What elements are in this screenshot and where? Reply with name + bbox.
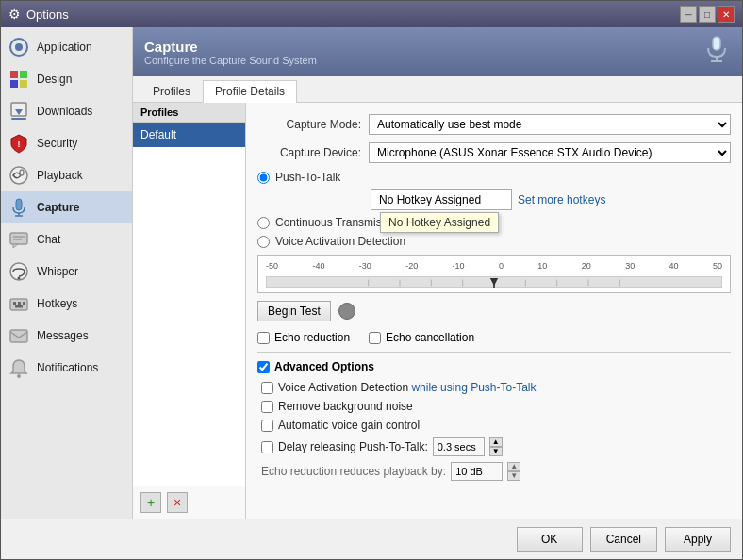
- sidebar-item-messages[interactable]: Messages: [1, 320, 132, 352]
- ok-button[interactable]: OK: [517, 527, 583, 552]
- sidebar-item-hotkeys[interactable]: Hotkeys: [1, 288, 132, 320]
- capture-mode-label: Capture Mode:: [257, 118, 361, 131]
- close-button[interactable]: ✕: [718, 6, 735, 23]
- sidebar-label-capture: Capture: [37, 201, 79, 214]
- sidebar-label-hotkeys: Hotkeys: [37, 297, 77, 310]
- vad-radio-row: Voice Activation Detection: [257, 235, 731, 248]
- tab-profiles[interactable]: Profiles: [140, 80, 203, 102]
- hotkey-box[interactable]: No Hotkey Assigned: [371, 189, 512, 210]
- sidebar-label-playback: Playback: [37, 169, 83, 182]
- adv-delay-checkbox[interactable]: [261, 441, 273, 453]
- divider: [257, 352, 731, 353]
- whisper-icon: [8, 261, 29, 282]
- continuous-radio[interactable]: [257, 217, 270, 229]
- sidebar-item-notifications[interactable]: Notifications: [1, 352, 132, 384]
- minimize-button[interactable]: ─: [680, 6, 697, 23]
- capture-device-control: Microphone (ASUS Xonar Essence STX Audio…: [369, 142, 731, 163]
- sidebar-label-chat: Chat: [37, 233, 60, 246]
- advanced-options-checkbox[interactable]: [257, 361, 270, 373]
- hotkeys-icon: [8, 293, 29, 314]
- content-subtitle: Configure the Capture Sound System: [144, 55, 317, 66]
- adv-vad-text2: while using Push-To-Talk: [411, 381, 536, 394]
- adv-echo-input[interactable]: [451, 462, 503, 481]
- microphone-icon: [702, 35, 731, 69]
- sidebar-item-whisper[interactable]: Whisper: [1, 255, 132, 288]
- set-hotkey-link[interactable]: Set more hotkeys: [518, 193, 605, 206]
- profiles-header: Profiles: [133, 103, 245, 123]
- echo-up-button[interactable]: ▲: [507, 462, 520, 471]
- capture-device-select[interactable]: Microphone (ASUS Xonar Essence STX Audio…: [369, 142, 731, 163]
- ptt-label: Push-To-Talk: [275, 171, 340, 184]
- meter-label-30: 30: [625, 261, 635, 271]
- sidebar-item-chat[interactable]: Chat: [1, 223, 132, 255]
- svg-marker-18: [13, 244, 18, 248]
- sidebar-label-whisper: Whisper: [37, 265, 78, 278]
- status-indicator: [338, 303, 355, 320]
- echo-cancellation-checkbox[interactable]: [369, 332, 381, 344]
- capture-icon: [8, 197, 29, 218]
- ptt-radio[interactable]: [257, 172, 270, 184]
- downloads-icon: [8, 101, 29, 122]
- svg-rect-15: [10, 233, 27, 244]
- echo-cancellation-label: Echo cancellation: [386, 331, 474, 344]
- echo-reduction-checkbox[interactable]: [257, 332, 270, 344]
- begin-test-button[interactable]: Begin Test: [257, 301, 331, 321]
- advanced-options-row: Advanced Options: [257, 360, 731, 373]
- remove-profile-button[interactable]: ×: [167, 492, 188, 513]
- capture-device-label: Capture Device:: [257, 146, 361, 159]
- panels: Profiles Default + × Capture Mode:: [133, 103, 742, 519]
- svg-rect-26: [10, 330, 27, 342]
- echo-spinner: ▲ ▼: [507, 462, 520, 481]
- capture-device-row: Capture Device: Microphone (ASUS Xonar E…: [257, 142, 731, 163]
- title-bar-left: ⚙ Options: [8, 7, 69, 22]
- svg-rect-4: [10, 80, 18, 88]
- svg-rect-12: [16, 199, 22, 210]
- sidebar-label-application: Application: [37, 41, 92, 54]
- sidebar-item-design[interactable]: Design: [1, 63, 132, 95]
- meter-label-50: 50: [713, 261, 722, 271]
- meter-label-10: 10: [537, 261, 547, 271]
- meter-bar: [266, 276, 722, 288]
- adv-vad-checkbox[interactable]: [261, 382, 273, 394]
- messages-icon: [8, 325, 29, 346]
- adv-gain-checkbox[interactable]: [261, 420, 273, 432]
- capture-mode-control: Automatically use best mode DirectSound …: [369, 114, 731, 135]
- adv-delay-input[interactable]: [433, 437, 485, 456]
- adv-vad-text1: Voice Activation Detection: [278, 381, 408, 394]
- adv-gain-row: Automatic voice gain control: [257, 419, 731, 432]
- svg-rect-2: [10, 71, 18, 78]
- delay-up-button[interactable]: ▲: [489, 437, 503, 447]
- capture-mode-select[interactable]: Automatically use best mode DirectSound …: [369, 114, 731, 135]
- adv-bg-checkbox[interactable]: [261, 401, 273, 413]
- maximize-button[interactable]: □: [699, 6, 716, 23]
- window-footer: OK Cancel Apply: [1, 519, 742, 559]
- sidebar-label-security: Security: [37, 137, 77, 150]
- sidebar-item-application[interactable]: Application: [1, 31, 132, 63]
- meter-label-20: 20: [582, 261, 591, 271]
- profiles-list: Default: [133, 123, 245, 486]
- window-body: Application Design: [1, 27, 742, 519]
- tab-profile-details[interactable]: Profile Details: [203, 80, 297, 103]
- delay-down-button[interactable]: ▼: [489, 447, 503, 456]
- main-content: Capture Configure the Capture Sound Syst…: [133, 27, 742, 519]
- sidebar-item-playback[interactable]: Playback: [1, 159, 132, 191]
- svg-marker-40: [490, 278, 498, 286]
- meter-label-minus10: -10: [453, 261, 465, 271]
- add-profile-button[interactable]: +: [140, 492, 161, 513]
- sidebar-item-security[interactable]: ! Security: [1, 127, 132, 159]
- profile-item-default[interactable]: Default: [133, 123, 245, 147]
- svg-rect-25: [15, 305, 23, 308]
- vad-radio[interactable]: [257, 236, 270, 248]
- adv-echo-label: Echo reduction reduces playback by:: [261, 465, 446, 478]
- meter-label-minus40: -40: [312, 261, 324, 271]
- apply-button[interactable]: Apply: [665, 527, 731, 552]
- sidebar-label-messages: Messages: [37, 329, 89, 342]
- cancel-button[interactable]: Cancel: [590, 527, 657, 552]
- echo-down-button[interactable]: ▼: [507, 471, 520, 481]
- svg-text:!: !: [18, 140, 21, 149]
- sidebar-item-capture[interactable]: Capture: [1, 191, 132, 223]
- meter-label-40: 40: [669, 261, 679, 271]
- svg-point-20: [18, 277, 21, 280]
- sidebar-item-downloads[interactable]: Downloads: [1, 95, 132, 127]
- meter-label-0: 0: [499, 261, 504, 271]
